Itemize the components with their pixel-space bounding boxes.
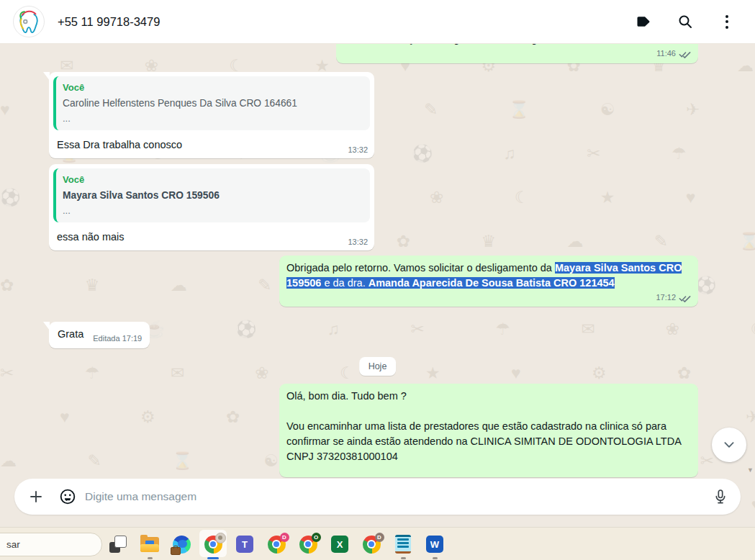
task-view-icon	[109, 536, 127, 553]
edge-icon	[173, 536, 191, 554]
message-outgoing-last[interactable]: Olá, bom dia. Tudo bem ? Vou encaminhar …	[279, 384, 698, 477]
chrome-profile-o-button[interactable]: O	[292, 528, 324, 560]
message-paragraph: Vou encaminhar uma lista de prestadores …	[286, 419, 691, 464]
message-time: 17:19	[122, 334, 143, 343]
kebab-menu-icon[interactable]	[718, 12, 736, 31]
taskbar-search-box[interactable]: sar	[0, 533, 102, 556]
chrome-profile-d2-button[interactable]: D	[356, 528, 387, 560]
quote-text: Caroline Helfenstens Penques Da Silva CR…	[63, 96, 363, 110]
chrome-profile-d-button[interactable]: D	[261, 528, 292, 560]
chrome-icon: D	[363, 536, 381, 554]
edited-label: Editada	[93, 334, 119, 343]
dental-clinic-logo	[15, 8, 42, 35]
windows-taskbar: sar T D O	[0, 527, 755, 560]
message-paragraph: Olá, bom dia. Tudo bem ?	[286, 389, 691, 404]
word-button[interactable]: W	[419, 528, 451, 560]
bubble-tail	[43, 322, 50, 330]
message-input[interactable]	[83, 489, 705, 504]
message-composer	[14, 479, 741, 515]
running-indicator	[148, 557, 153, 559]
task-view-button[interactable]	[102, 528, 134, 560]
teams-button[interactable]: T	[229, 528, 261, 560]
message-incoming-1[interactable]: Você Caroline Helfenstens Penques Da Sil…	[49, 72, 374, 158]
message-time: 11:46	[656, 49, 676, 58]
selected-text: e da dra.	[321, 277, 368, 289]
work-profile-badge	[171, 547, 181, 555]
message-incoming-2[interactable]: Você Mayara Silva Santos CRO 159506 ... …	[49, 164, 374, 250]
message-time: 17:12	[656, 293, 676, 302]
chrome-icon: O	[299, 536, 317, 554]
profile-photo-badge	[215, 533, 226, 543]
profile-badge: D	[280, 533, 289, 542]
header-actions	[634, 12, 755, 31]
quote-ellipsis: ...	[63, 113, 363, 124]
emoji-sticker-icon[interactable]	[52, 481, 83, 512]
message-incoming-grata[interactable]: Grata Editada 17:19	[49, 322, 150, 348]
message-outgoing-selection[interactable]: Obrigada pelo retorno. Vamos solicitar o…	[279, 256, 698, 307]
bubble-tail	[43, 72, 50, 81]
quote-author: Você	[63, 81, 363, 94]
quote-author: Você	[63, 173, 363, 186]
contact-name[interactable]: +55 11 99718-3479	[58, 15, 160, 29]
message-text: Grata	[58, 327, 83, 342]
profile-badge: D	[375, 533, 384, 542]
excel-icon: X	[331, 536, 348, 553]
double-check-icon	[679, 294, 691, 302]
teams-icon: T	[236, 536, 253, 553]
excel-button[interactable]: X	[324, 528, 356, 560]
profile-badge: O	[312, 533, 321, 542]
running-indicator	[401, 557, 406, 559]
edge-button[interactable]	[166, 528, 197, 560]
notepad-icon	[395, 535, 411, 554]
selected-text: Amanda Aparecida De Sousa Batista CRO 12…	[369, 277, 615, 289]
word-icon: W	[426, 536, 443, 553]
message-text: essa não mais	[57, 230, 125, 245]
taskbar-icons: T D O X D W	[102, 528, 451, 560]
quote-ellipsis: ...	[63, 205, 363, 216]
quoted-message[interactable]: Você Caroline Helfenstens Penques Da Sil…	[53, 76, 370, 130]
running-indicator	[433, 557, 438, 559]
chevron-down-icon	[720, 435, 738, 454]
date-chip: Hoje	[359, 357, 397, 376]
taskbar-search-text: sar	[6, 539, 20, 550]
double-check-icon	[679, 50, 691, 58]
chat-header: +55 11 99718-3479	[0, 0, 755, 44]
quoted-message[interactable]: Você Mayara Silva Santos CRO 159506 ...	[53, 168, 370, 222]
scrollbar-down-arrow[interactable]: ▼	[747, 466, 754, 474]
notepad-button[interactable]	[387, 528, 419, 560]
whatsapp-window: ✈ ☕ ⚽ ♫ ✂ ☂ ✉ ❀ ☾ ★ ♥ ⚙ ✿ ♛ ☁ ✎ ☂ ✉ ❀ ☾ …	[0, 0, 755, 560]
scroll-to-bottom-button[interactable]	[712, 428, 746, 462]
attach-plus-icon[interactable]	[20, 481, 52, 512]
file-explorer-icon	[140, 537, 159, 552]
message-text: Essa Dra trabalha conosco	[57, 137, 182, 153]
active-indicator	[207, 557, 219, 559]
message-time: 13:32	[348, 238, 368, 246]
chrome-icon	[204, 536, 222, 554]
message-time: 13:32	[348, 145, 368, 154]
microphone-icon[interactable]	[705, 481, 736, 512]
message-segment: Obrigada pelo retorno. Vamos solicitar o…	[286, 262, 555, 274]
quote-text: Mayara Silva Santos CRO 159506	[63, 189, 363, 202]
contact-avatar[interactable]	[13, 6, 45, 37]
chrome-icon: D	[268, 536, 286, 554]
chrome-active-button[interactable]	[197, 528, 229, 560]
search-icon[interactable]	[676, 12, 695, 31]
file-explorer-button[interactable]	[134, 528, 166, 560]
label-icon[interactable]	[634, 12, 653, 31]
